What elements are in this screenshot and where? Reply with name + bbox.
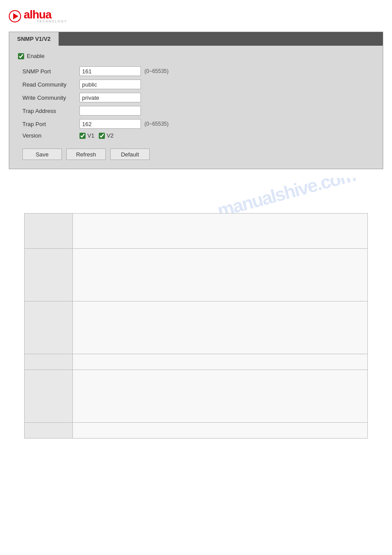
- table-cell-right: [73, 370, 368, 423]
- version-v2-label[interactable]: V2: [99, 132, 114, 139]
- table-cell-left: [25, 370, 73, 423]
- table-cell-left: [25, 249, 73, 301]
- snmp-port-label: SNMP Port: [22, 65, 79, 78]
- default-button[interactable]: Default: [110, 149, 150, 160]
- watermark-area: manualshive.com: [0, 178, 392, 213]
- version-v1-checkbox[interactable]: [79, 133, 86, 139]
- doc-table: [24, 213, 368, 439]
- trap-port-hint: (0~65535): [144, 121, 169, 127]
- enable-row: Enable: [18, 53, 374, 59]
- version-checkboxes: V1 V2: [79, 132, 169, 139]
- version-row: Version V1 V2: [22, 131, 172, 141]
- read-community-input[interactable]: [79, 80, 141, 89]
- table-cell-right: [73, 301, 368, 354]
- panel-body: Enable SNMP Port (0~65535) Read Communit…: [9, 46, 383, 169]
- table-cell-right: [73, 423, 368, 439]
- trap-port-label: Trap Port: [22, 117, 79, 131]
- table-row: [25, 301, 368, 354]
- table-row: [25, 423, 368, 439]
- logo-area: alhua TECHNOLOGY: [0, 0, 392, 27]
- table-row: [25, 354, 368, 370]
- logo: alhua TECHNOLOGY: [9, 8, 383, 23]
- version-v2-checkbox[interactable]: [99, 133, 105, 139]
- table-cell-left: [25, 423, 73, 439]
- trap-address-input[interactable]: [79, 106, 141, 116]
- enable-label[interactable]: Enable: [27, 53, 44, 59]
- table-cell-left: [25, 214, 73, 249]
- version-label: Version: [22, 131, 79, 141]
- table-cell-right: [73, 214, 368, 249]
- table-cell-left: [25, 301, 73, 354]
- snmp-port-row: SNMP Port (0~65535): [22, 65, 172, 78]
- read-community-row: Read Community: [22, 78, 172, 91]
- write-community-label: Write Community: [22, 91, 79, 104]
- snmp-port-input[interactable]: [79, 66, 141, 76]
- trap-address-row: Trap Address: [22, 104, 172, 117]
- read-community-label: Read Community: [22, 78, 79, 91]
- refresh-button[interactable]: Refresh: [66, 149, 106, 160]
- version-v1-label[interactable]: V1: [79, 132, 94, 139]
- snmp-panel: SNMP V1/V2 Enable SNMP Port (0~65535): [9, 32, 383, 169]
- trap-port-input[interactable]: [79, 119, 141, 129]
- snmp-form: SNMP Port (0~65535) Read Community: [22, 65, 172, 141]
- doc-wrapper: [24, 213, 368, 439]
- trap-port-row: Trap Port (0~65535): [22, 117, 172, 131]
- logo-sub: TECHNOLOGY: [37, 20, 67, 23]
- watermark: manualshive.com: [215, 178, 357, 213]
- panel-tab-row: SNMP V1/V2: [9, 32, 383, 46]
- table-cell-left: [25, 354, 73, 370]
- logo-text: alhua: [24, 8, 51, 21]
- table-row: [25, 370, 368, 423]
- enable-checkbox[interactable]: [18, 53, 24, 59]
- snmp-tab[interactable]: SNMP V1/V2: [9, 32, 59, 46]
- logo-icon: [9, 8, 21, 22]
- trap-address-label: Trap Address: [22, 104, 79, 117]
- button-row: Save Refresh Default: [22, 149, 374, 160]
- table-cell-right: [73, 354, 368, 370]
- svg-marker-1: [13, 13, 18, 19]
- table-row: [25, 249, 368, 301]
- save-button[interactable]: Save: [22, 149, 62, 160]
- snmp-port-hint: (0~65535): [144, 68, 169, 74]
- table-row: [25, 214, 368, 249]
- write-community-input[interactable]: [79, 93, 141, 102]
- table-cell-right: [73, 249, 368, 301]
- write-community-row: Write Community: [22, 91, 172, 104]
